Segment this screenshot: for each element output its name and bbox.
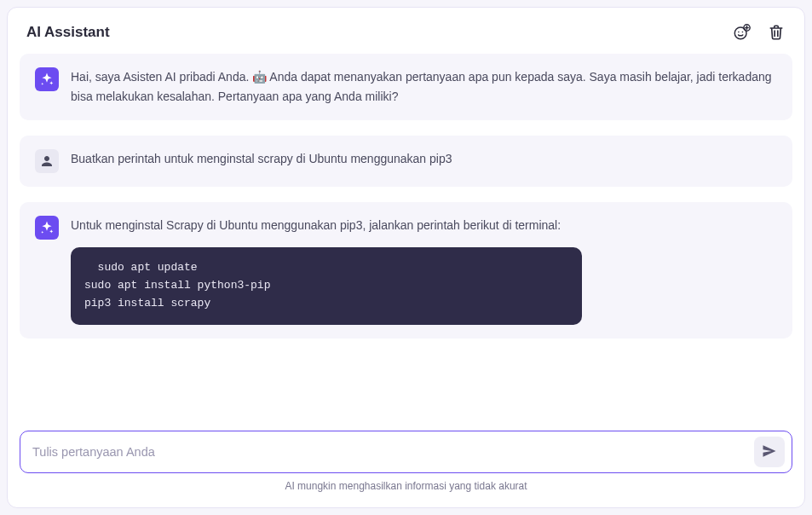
message-text: Untuk menginstal Scrapy di Ubuntu menggu… [71,216,777,235]
svg-point-2 [742,32,744,33]
message-ai: Untuk menginstal Scrapy di Ubuntu menggu… [20,202,792,338]
ai-avatar [35,216,59,240]
panel-header: AI Assistant [8,8,804,54]
input-area: AI mungkin menghasilkan informasi yang t… [8,422,804,507]
message-ai: Hai, saya Asisten AI pribadi Anda. 🤖 And… [20,54,792,120]
ai-avatar [35,67,59,91]
page-title: AI Assistant [26,24,110,41]
question-input[interactable] [32,440,746,464]
user-avatar [35,149,59,173]
code-block: sudo apt update sudo apt install python3… [71,247,582,324]
message-list: Hai, saya Asisten AI pribadi Anda. 🤖 And… [8,54,804,422]
svg-point-1 [738,32,740,33]
send-button[interactable] [754,437,785,467]
disclaimer-text: AI mungkin menghasilkan informasi yang t… [20,473,792,501]
input-row [20,431,792,473]
message-text: Buatkan perintah untuk menginstal scrapy… [71,149,777,173]
send-icon [761,443,778,462]
emoji-add-icon[interactable] [733,23,752,42]
header-actions [733,23,786,42]
message-text: Hai, saya Asisten AI pribadi Anda. 🤖 And… [71,67,777,107]
message-body: Untuk menginstal Scrapy di Ubuntu menggu… [71,216,777,324]
assistant-panel: AI Assistant [7,7,805,508]
trash-icon[interactable] [767,23,786,42]
message-user: Buatkan perintah untuk menginstal scrapy… [20,136,792,187]
